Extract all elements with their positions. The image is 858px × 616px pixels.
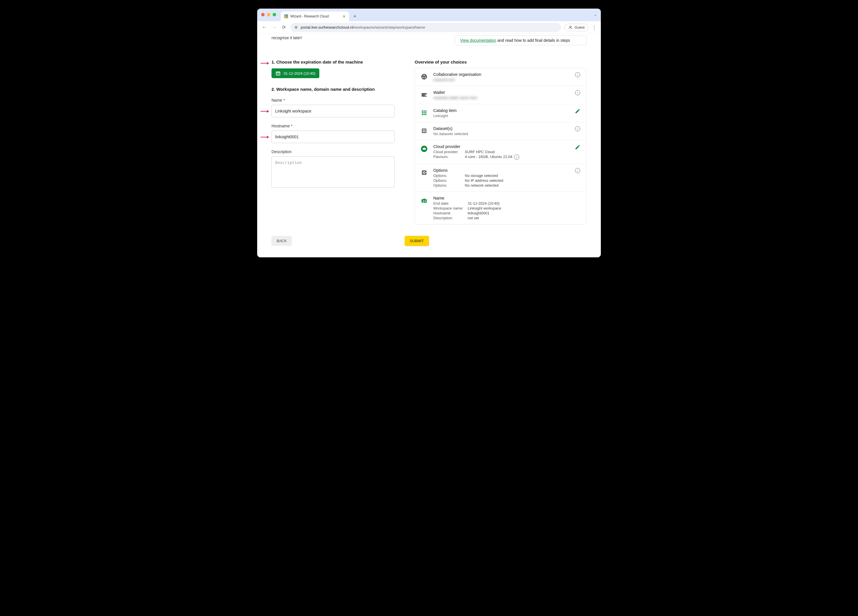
overview-catalog-title: Catalog item <box>433 108 569 113</box>
cloud-v1: SURF HPC Cloud <box>465 150 494 154</box>
browser-window: Wizard - Research Cloud ✕ + ⌄ ← → ⟳ ⚙ po… <box>257 9 601 258</box>
info-icon[interactable]: i <box>574 168 581 173</box>
intro-fragment: recognise it later! <box>272 36 302 45</box>
info-icon[interactable]: i <box>574 90 581 95</box>
collaboration-icon <box>420 73 428 81</box>
svg-rect-20 <box>424 110 425 112</box>
svg-point-0 <box>570 26 571 27</box>
catalog-icon <box>420 109 428 117</box>
svg-rect-43 <box>424 200 426 201</box>
svg-rect-29 <box>423 129 424 130</box>
opt-v3: No network selected <box>465 183 499 188</box>
svg-rect-27 <box>425 114 426 115</box>
svg-point-13 <box>424 75 425 76</box>
description-label: Description <box>272 149 398 154</box>
close-tab-icon[interactable]: ✕ <box>342 14 346 19</box>
opt-v2: No IP address selected <box>465 178 503 183</box>
tab-title: Wizard - Research Cloud <box>291 14 329 18</box>
reload-icon[interactable]: ⟳ <box>281 25 287 30</box>
svg-rect-21 <box>425 110 426 112</box>
person-icon <box>568 25 573 30</box>
svg-rect-19 <box>422 110 423 112</box>
gear-icon <box>420 169 428 177</box>
edit-icon[interactable] <box>574 144 581 150</box>
address-bar: ← → ⟳ ⚙ portal.live.surfresearchcloud.nl… <box>257 21 601 34</box>
name-v1: 31-12-2024 (10:40) <box>468 201 499 206</box>
cloud-k2: Flavours: <box>433 155 465 160</box>
info-icon[interactable]: i <box>574 72 581 77</box>
hostname-label: Hostname * <box>272 124 398 128</box>
site-settings-icon[interactable]: ⚙ <box>294 25 298 29</box>
svg-point-15 <box>425 77 426 78</box>
svg-rect-32 <box>424 131 426 132</box>
workspace-name-input[interactable] <box>272 105 395 117</box>
minimize-window-icon[interactable] <box>267 13 270 16</box>
name-v2: Linksight workspace <box>468 206 501 210</box>
documentation-link[interactable]: View documentation <box>460 38 496 43</box>
name-k2: Workspace name: <box>433 206 468 210</box>
svg-rect-25 <box>422 114 423 115</box>
calendar-icon <box>275 71 281 76</box>
overview-co-title: Collaborative organisation <box>433 72 569 77</box>
expiration-date-picker[interactable]: 31-12-2024 (10:40) <box>272 68 319 78</box>
back-button[interactable]: BACK <box>272 236 292 246</box>
opt-k2: Options: <box>433 178 465 183</box>
browser-tab[interactable]: Wizard - Research Cloud ✕ <box>281 11 349 21</box>
opt-k1: Options: <box>433 174 465 178</box>
overview-catalog-sub: Linksight <box>433 114 569 118</box>
wallet-icon <box>420 91 428 99</box>
svg-rect-28 <box>422 129 426 133</box>
overview-heading: Overview of your choices <box>415 59 586 64</box>
new-tab-button[interactable]: + <box>351 12 359 20</box>
svg-rect-44 <box>424 201 426 202</box>
documentation-banner: View documentation and read how to add f… <box>455 36 586 45</box>
tab-strip: Wizard - Research Cloud ✕ + ⌄ <box>257 9 601 21</box>
pointer-arrow-icon <box>261 59 269 67</box>
opt-v1: No storage selected <box>465 174 498 178</box>
info-icon[interactable]: i <box>574 126 581 131</box>
dataset-icon <box>420 127 428 135</box>
overview-card: Collaborative organisation redacted text… <box>415 68 586 224</box>
browser-menu-icon[interactable]: ⋮ <box>592 24 597 31</box>
overview-row-cloud: Cloud provider Cloud provider:SURF HPC C… <box>415 140 586 164</box>
svg-rect-40 <box>421 199 427 203</box>
wizard-buttons: BACK SUBMIT <box>272 236 429 246</box>
svg-marker-9 <box>267 110 269 113</box>
forward-nav-icon: → <box>271 24 277 30</box>
svg-point-14 <box>423 77 424 78</box>
overview-wallet-sub: redacted wallet name here <box>433 96 569 100</box>
tab-overflow-icon[interactable]: ⌄ <box>594 12 597 17</box>
overview-row-co: Collaborative organisation redacted text… <box>415 68 586 86</box>
overview-row-wallet: Wallet redacted wallet name here i <box>415 86 586 104</box>
name-v4: not set <box>468 216 479 220</box>
svg-rect-41 <box>424 199 425 200</box>
badge-icon <box>420 196 428 204</box>
cloud-k1: Cloud provider: <box>433 150 465 154</box>
close-window-icon[interactable] <box>261 13 264 16</box>
back-nav-icon[interactable]: ← <box>261 24 267 30</box>
documentation-text: and read how to add final details in ste… <box>496 38 570 43</box>
info-icon[interactable]: i <box>514 155 519 160</box>
overview-options-title: Options <box>433 168 569 172</box>
hostname-input[interactable] <box>272 130 395 143</box>
overview-name-title: Name <box>433 196 581 200</box>
overview-wallet-title: Wallet <box>433 90 569 95</box>
overview-datasets-sub: No datasets selected <box>433 132 569 136</box>
svg-marker-2 <box>267 62 269 65</box>
opt-k3: Options: <box>433 183 465 188</box>
svg-marker-11 <box>267 136 269 138</box>
edit-icon[interactable] <box>574 108 581 114</box>
name-k1: End date: <box>433 201 468 206</box>
description-textarea[interactable] <box>272 156 395 188</box>
submit-button[interactable]: SUBMIT <box>405 236 429 246</box>
profile-badge[interactable]: Guest <box>564 24 588 31</box>
url-bar[interactable]: ⚙ portal.live.surfresearchcloud.nl/works… <box>291 23 561 32</box>
overview-row-name: Name End date:31-12-2024 (10:40) Workspa… <box>415 192 586 224</box>
overview-cloud-title: Cloud provider <box>433 144 569 149</box>
svg-rect-26 <box>424 114 425 115</box>
overview-row-options: Options Options:No storage selected Opti… <box>415 164 586 192</box>
pointer-arrow-icon <box>261 133 269 141</box>
overview-datasets-title: Dataset(s) <box>433 126 569 131</box>
maximize-window-icon[interactable] <box>273 13 276 16</box>
overview-column: Overview of your choices Collaborative o… <box>415 59 586 224</box>
